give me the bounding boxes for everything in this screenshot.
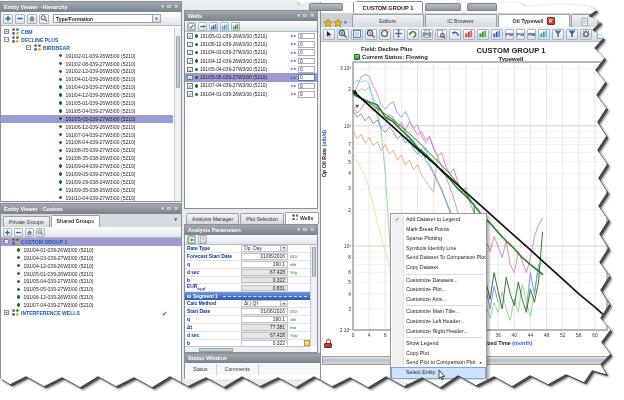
tree-well[interactable]: 191/02-01-039-26W3/00 (5210) bbox=[1, 52, 173, 60]
menu-item-add-dataset-to-legend[interactable]: Add Dataset to Legend✓ bbox=[392, 215, 485, 225]
value-spinner[interactable]: ◄► bbox=[289, 84, 297, 88]
menu-item-customize-right-header[interactable]: Customize Right Header... bbox=[392, 327, 485, 337]
chevron-down-icon[interactable]: ▼ bbox=[343, 20, 348, 25]
pan-button[interactable] bbox=[393, 29, 405, 40]
panel-window-buttons[interactable]: ▾ ⊡ ✕ bbox=[161, 204, 179, 214]
toolbar-button-pib[interactable]: PIB bbox=[527, 29, 536, 40]
param-row[interactable]: Rate TypeOp. Day▼ bbox=[185, 245, 310, 253]
tree-well[interactable]: 191/05-01-039-26W3/00 (5210) bbox=[1, 270, 181, 278]
value-spinner[interactable]: ◄► bbox=[289, 42, 297, 46]
zoom-out-button[interactable] bbox=[365, 29, 377, 40]
close-icon[interactable]: ✕ bbox=[547, 17, 555, 25]
wells-title-bar[interactable]: Wells ▾ ⊡ ✕ bbox=[185, 11, 317, 21]
value-spinner[interactable]: ◄► bbox=[289, 67, 297, 71]
param-row[interactable]: d sec67.428%/y bbox=[185, 269, 310, 277]
param-value[interactable]: 190.1 bbox=[241, 316, 288, 323]
custom-title-bar[interactable]: Entity Viewer - Custom ▾ ⊡ ✕ bbox=[1, 204, 181, 214]
param-value[interactable]: 0.831 bbox=[241, 285, 288, 292]
value-spinner[interactable]: ◄► bbox=[289, 59, 297, 63]
value-input[interactable]: 0 bbox=[298, 83, 315, 90]
checkbox[interactable]: ✓ bbox=[187, 91, 193, 97]
hierarchy-scrollbar[interactable] bbox=[174, 28, 181, 201]
tree-well[interactable]: 191/04-01-039-26W3/00 (5210) bbox=[1, 75, 173, 83]
plot-blue-button[interactable] bbox=[209, 22, 218, 31]
value-spinner[interactable]: ◄► bbox=[289, 76, 297, 80]
doc-button[interactable] bbox=[198, 235, 207, 244]
tree-well[interactable]: 191/04-01-039-26W3/00 (5210) bbox=[1, 246, 181, 254]
tree-well[interactable]: 191/04-03-039-27W3/00 (5210) bbox=[1, 83, 173, 91]
tree-well[interactable]: 191/06-12-039-26W3/00 (5210) bbox=[1, 123, 173, 131]
plot-green-button[interactable] bbox=[231, 22, 240, 31]
tree-well[interactable]: 191/02-12-039-26W3/00 (5210) bbox=[1, 67, 173, 75]
search-button[interactable] bbox=[36, 228, 45, 237]
params-scrollbar-vertical[interactable] bbox=[310, 245, 317, 346]
plot-green-button[interactable] bbox=[477, 29, 489, 40]
value-input[interactable]: 0 bbox=[298, 91, 315, 98]
tree-group[interactable]: +INTERFERENCE WELLS✔ bbox=[1, 309, 181, 317]
menu-item-mark-break-points[interactable]: Mark Break Points bbox=[392, 225, 485, 235]
tab-wells[interactable]: Wells bbox=[285, 212, 319, 224]
param-value[interactable]: 01/06/2016 bbox=[241, 253, 288, 260]
search-button[interactable] bbox=[39, 14, 49, 24]
collapse-icon[interactable]: ⊟ bbox=[187, 293, 191, 299]
menu-item-customize-plot[interactable]: Customize Plot... bbox=[392, 285, 485, 295]
tab-analysis-manager[interactable]: Analysis Manager bbox=[186, 213, 239, 224]
param-value[interactable]: 67.428 bbox=[241, 269, 288, 276]
tree-well[interactable]: 191/02-08-039-27W3/00 (5210) bbox=[1, 60, 173, 68]
value-input[interactable]: 0 bbox=[298, 74, 315, 81]
param-row[interactable]: Start Date01/06/2016DD/ bbox=[185, 308, 310, 316]
refresh-button[interactable] bbox=[407, 29, 419, 40]
menu-item-sparse-plotting[interactable]: Sparse Plotting bbox=[392, 234, 485, 244]
tree-well[interactable]: 191/04-03-039-27W3/00 (5210) bbox=[1, 254, 181, 262]
tree-well[interactable]: 191/05-01-039-26W3/00 (5210) bbox=[1, 99, 173, 107]
param-dropdown[interactable]: Δt | Qf▼ bbox=[241, 300, 288, 307]
tree-well[interactable]: 191/05-04-039-27W3/00 (5210) bbox=[1, 277, 181, 285]
tree-well[interactable]: 191/08-35-038-26W3/00 (5210) bbox=[1, 154, 173, 162]
value-input[interactable]: 0 bbox=[298, 49, 315, 56]
tree-well[interactable]: 191/04-12-039-26W3/00 (5210) bbox=[1, 262, 181, 270]
menu-item-customize-left-header[interactable]: Customize Left Header... bbox=[392, 317, 485, 327]
chevron-down-icon[interactable]: ▼ bbox=[173, 217, 178, 222]
tree-well[interactable]: 191/09-35-038-26W3/00 (5210) bbox=[1, 186, 173, 194]
home-button[interactable] bbox=[27, 14, 37, 24]
gear-button[interactable] bbox=[580, 29, 592, 40]
print-preview-button[interactable] bbox=[435, 29, 447, 40]
lock-icon[interactable] bbox=[324, 339, 332, 348]
param-row[interactable]: b0.322 bbox=[185, 277, 310, 285]
checkbox[interactable]: ✓ bbox=[187, 67, 193, 73]
param-value[interactable]: 01/06/2016 bbox=[241, 308, 288, 315]
well-row[interactable]: ✓191/04-01-039-26W3/00 (5210)◄►0 bbox=[185, 90, 317, 98]
value-spinner[interactable]: ◄► bbox=[289, 92, 297, 96]
menu-item-show-legend[interactable]: Show Legend bbox=[392, 339, 485, 349]
toolbar-button-psi[interactable]: PSI bbox=[516, 29, 525, 40]
undo-button[interactable] bbox=[449, 29, 461, 40]
well-row[interactable]: ✓191/05-05-039-27W3/00 (5210)◄►0 bbox=[185, 73, 317, 81]
tab-plot-selection[interactable]: Plot Selection bbox=[240, 213, 284, 224]
checkbox[interactable]: ✓ bbox=[187, 75, 193, 81]
plot-cyan-button[interactable] bbox=[220, 22, 229, 31]
doc-tab-editors[interactable]: Editors bbox=[352, 14, 424, 27]
type-formation-dropdown[interactable]: Type/Formation ▼ bbox=[53, 14, 161, 23]
remove-button[interactable] bbox=[15, 14, 25, 24]
zoom-reset-button[interactable] bbox=[379, 29, 391, 40]
toolbar-button-pw[interactable]: PW bbox=[505, 29, 514, 40]
filter-blue-button[interactable] bbox=[566, 29, 578, 40]
add-button[interactable] bbox=[3, 14, 13, 24]
doc-tab-oil-typewell[interactable]: Oil Typewell✕ bbox=[498, 14, 570, 27]
remove-button[interactable] bbox=[14, 228, 23, 237]
menu-item-customize-main-title[interactable]: Customize Main Title... bbox=[392, 307, 485, 317]
well-row[interactable]: ✓191/04-12-039-26W3/00 (5210)◄►0 bbox=[185, 57, 317, 65]
value-spinner[interactable]: ◄► bbox=[289, 51, 297, 55]
tree-well[interactable]: 191/05-04-039-27W3/00 (5210) bbox=[1, 107, 173, 115]
tree-well[interactable]: 191/09-04-039-27W3/00 (5210) bbox=[1, 162, 173, 170]
pointer-button[interactable] bbox=[323, 29, 335, 40]
param-value[interactable]: 190.1 bbox=[241, 261, 288, 268]
tree-group[interactable]: +CBM bbox=[1, 28, 173, 36]
doc-tab-new[interactable] bbox=[571, 14, 598, 27]
scale-dropdown[interactable]: Log T▼ bbox=[597, 30, 622, 39]
param-row[interactable]: q190.1stb bbox=[185, 316, 310, 324]
plot-red-button[interactable] bbox=[463, 29, 475, 40]
menu-item-customize-axis[interactable]: Customize Axis... bbox=[392, 295, 485, 305]
tree-well[interactable]: 191/07-04-039-27W3/00 (5210) bbox=[1, 301, 181, 309]
params-scrollbar-horizontal[interactable] bbox=[185, 346, 310, 352]
